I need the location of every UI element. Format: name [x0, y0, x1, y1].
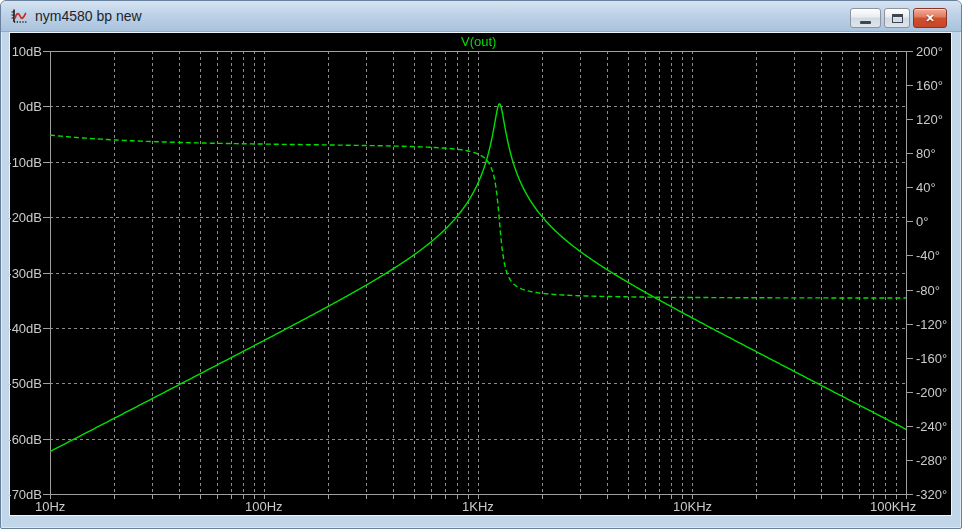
close-button[interactable]: ✕ — [913, 8, 947, 28]
plot-area[interactable] — [10, 33, 951, 515]
window-controls: ✕ — [850, 8, 947, 28]
maximize-icon — [892, 14, 903, 23]
window-title: nym4580 bp new — [35, 8, 142, 24]
trace-label[interactable]: V(out) — [461, 35, 496, 48]
app-icon-waveform — [11, 8, 28, 25]
app-window: nym4580 bp new ✕ 10dB0dB-10dB-20dB-30dB-… — [0, 0, 962, 529]
minimize-button[interactable] — [850, 8, 881, 28]
titlebar[interactable]: nym4580 bp new ✕ — [1, 1, 961, 32]
waveform-pane: 10dB0dB-10dB-20dB-30dB-40dB-50dB-60dB-70… — [9, 32, 952, 516]
minimize-icon — [860, 21, 871, 24]
close-icon: ✕ — [925, 13, 934, 24]
maximize-button[interactable] — [884, 8, 910, 28]
